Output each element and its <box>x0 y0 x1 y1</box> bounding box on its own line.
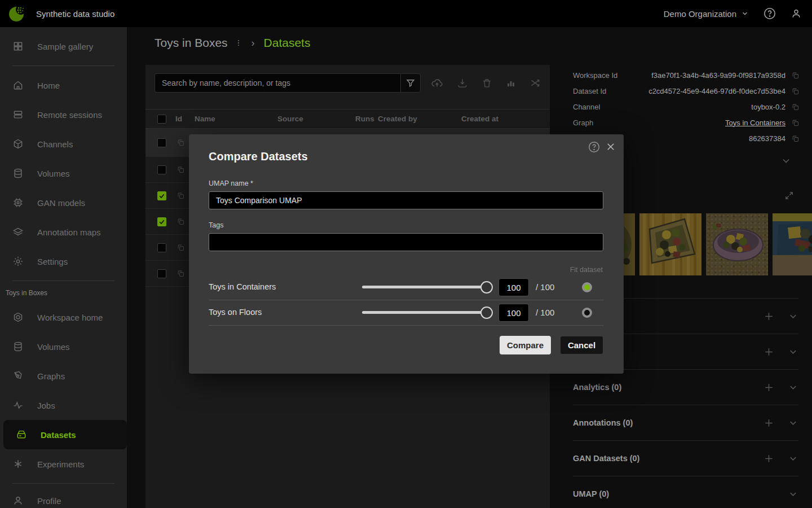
add-icon[interactable] <box>764 453 774 464</box>
copy-icon[interactable] <box>791 71 800 80</box>
gear-icon <box>12 256 24 267</box>
copy-icon[interactable] <box>176 191 185 200</box>
column-header-id[interactable]: Id <box>175 115 182 123</box>
chevron-down-icon[interactable] <box>788 453 798 464</box>
help-icon[interactable] <box>764 7 776 20</box>
sidebar-item-home[interactable]: Home <box>0 71 127 100</box>
modal-help-icon[interactable] <box>588 141 600 153</box>
table-header: Id Name Source Runs Created by Created a… <box>145 109 550 129</box>
chevron-down-icon[interactable] <box>788 382 798 393</box>
sidebar-item-label: Jobs <box>37 401 55 410</box>
dataset-thumbnail[interactable] <box>773 213 812 275</box>
section-row-annotations[interactable]: Annotations (0) <box>573 405 798 440</box>
tags-input[interactable] <box>209 233 603 251</box>
sample-count-input[interactable] <box>498 304 529 322</box>
column-header-runs[interactable]: Runs <box>355 115 374 123</box>
add-icon[interactable] <box>764 347 774 357</box>
fit-dataset-radio[interactable] <box>582 308 592 318</box>
person-icon <box>12 495 24 506</box>
chevron-down-icon[interactable] <box>788 418 798 428</box>
sidebar-item-profile[interactable]: Profile <box>0 486 127 508</box>
copy-icon[interactable] <box>791 134 800 143</box>
chevron-down-icon[interactable] <box>788 347 798 357</box>
row-checkbox[interactable] <box>157 243 166 252</box>
compare-shuffle-button[interactable] <box>529 77 541 89</box>
sidebar-item-label: Channels <box>37 139 73 149</box>
sidebar-item-channels[interactable]: Channels <box>0 129 127 159</box>
sidebar-item-ws-volumes[interactable]: Volumes <box>0 332 127 361</box>
chevron-down-icon[interactable] <box>788 489 798 500</box>
row-checkbox-checked[interactable] <box>157 191 166 200</box>
sidebar-item-graphs[interactable]: Graphs <box>0 361 127 391</box>
copy-icon[interactable] <box>791 87 800 95</box>
sample-count-slider[interactable] <box>362 286 489 288</box>
shuffle-icon <box>529 77 541 89</box>
row-checkbox[interactable] <box>157 165 166 174</box>
sidebar-item-gan-models[interactable]: GAN models <box>0 188 127 217</box>
section-row-umap[interactable]: UMAP (0) <box>573 476 798 508</box>
delete-button[interactable] <box>482 78 492 89</box>
chevron-down-icon[interactable] <box>788 311 798 322</box>
sidebar-item-sample-gallery[interactable]: Sample gallery <box>0 32 127 61</box>
row-checkbox[interactable] <box>157 138 166 147</box>
row-checkbox[interactable] <box>157 269 166 278</box>
upload-button[interactable] <box>431 77 443 89</box>
copy-icon[interactable] <box>791 119 800 127</box>
field-label: Graph <box>573 119 593 127</box>
umap-name-input[interactable] <box>209 191 603 209</box>
copy-icon[interactable] <box>176 243 185 252</box>
sidebar-item-label: GAN models <box>37 198 85 208</box>
org-switcher[interactable]: Demo Organization <box>664 9 749 19</box>
copy-icon[interactable] <box>791 103 800 111</box>
sample-count-slider[interactable] <box>362 311 489 314</box>
sample-count-input[interactable] <box>498 278 529 296</box>
slider-handle[interactable] <box>480 306 493 319</box>
expand-samples-icon[interactable] <box>784 191 794 200</box>
section-row-analytics[interactable]: Analytics (0) <box>573 369 798 405</box>
field-value: c2cd4572-45e9-44e6-97d6-f0dec7d53be4 <box>648 87 785 95</box>
copy-icon[interactable] <box>176 138 185 147</box>
filter-button[interactable] <box>400 73 421 93</box>
dataset-thumbnail[interactable] <box>639 213 701 275</box>
sidebar-item-datasets[interactable]: Datasets <box>3 420 127 449</box>
sidebar-item-workspace-home[interactable]: Workspace home <box>0 303 127 332</box>
sidebar-item-experiments[interactable]: Experiments <box>0 449 127 479</box>
copy-icon[interactable] <box>176 269 185 278</box>
user-icon[interactable] <box>791 8 802 19</box>
column-header-name[interactable]: Name <box>195 115 215 123</box>
sidebar-item-settings[interactable]: Settings <box>0 247 127 276</box>
sidebar-divider <box>12 483 114 484</box>
sidebar-item-annotation-maps[interactable]: Annotation maps <box>0 217 127 247</box>
sidebar-item-remote-sessions[interactable]: Remote sessions <box>0 100 127 129</box>
graph-link[interactable]: Toys in Containers <box>725 119 785 127</box>
add-icon[interactable] <box>764 382 774 393</box>
modal-close-icon[interactable] <box>606 142 616 152</box>
column-header-source[interactable]: Source <box>277 115 303 123</box>
cancel-button[interactable]: Cancel <box>560 336 603 354</box>
copy-icon[interactable] <box>176 165 185 174</box>
dataset-thumbnail[interactable] <box>706 213 768 275</box>
checkmark-icon <box>158 218 165 225</box>
compare-button[interactable]: Compare <box>500 336 551 354</box>
sidebar-item-volumes[interactable]: Volumes <box>0 159 127 188</box>
column-header-created-at[interactable]: Created at <box>461 115 498 123</box>
database-icon <box>12 168 24 179</box>
analytics-button[interactable] <box>506 78 516 88</box>
sidebar-item-label: Remote sessions <box>37 110 102 120</box>
sidebar-item-jobs[interactable]: Jobs <box>0 391 127 420</box>
copy-icon[interactable] <box>176 217 185 226</box>
add-icon[interactable] <box>764 311 774 322</box>
download-button[interactable] <box>457 77 468 89</box>
field-label: Channel <box>573 103 600 111</box>
row-checkbox-checked[interactable] <box>157 217 166 226</box>
fit-dataset-radio-selected[interactable] <box>582 282 592 292</box>
collapse-details-chevron-icon[interactable] <box>780 155 792 167</box>
section-row-gan-datasets[interactable]: GAN Datasets (0) <box>573 440 798 476</box>
search-input[interactable] <box>155 73 400 93</box>
breadcrumb-workspace[interactable]: Toys in Boxes <box>155 36 228 50</box>
add-icon[interactable] <box>764 418 774 428</box>
column-header-created-by[interactable]: Created by <box>378 115 417 123</box>
slider-handle[interactable] <box>480 281 493 294</box>
kebab-menu-icon[interactable] <box>235 38 242 47</box>
select-all-checkbox[interactable] <box>157 115 166 124</box>
